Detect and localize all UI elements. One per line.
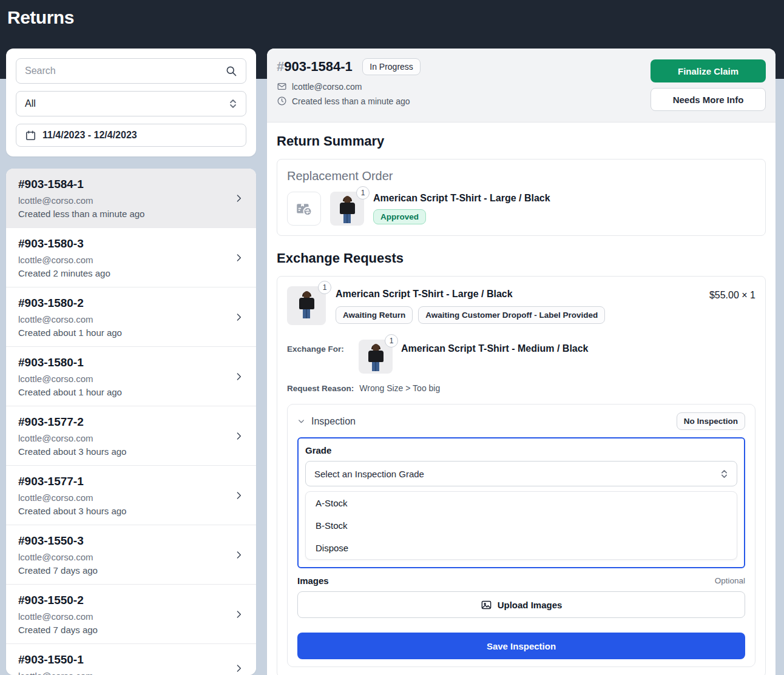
images-row: Images Optional: [297, 576, 745, 586]
request-reason-value: Wrong Size > Too big: [359, 383, 440, 393]
detail-created: Created less than a minute ago: [292, 96, 410, 106]
return-email: lcottle@corso.com: [18, 552, 227, 562]
exchange-status-badge: Awaiting Return: [336, 306, 413, 324]
exchange-status-badge: Awaiting Customer Dropoff - Label Provid…: [418, 306, 605, 324]
exchange-request-card: 1 American Script T-Shirt - Large / Blac…: [277, 276, 766, 675]
return-created: Created 7 days ago: [18, 625, 227, 635]
search-input[interactable]: [25, 65, 225, 76]
return-id: #903-1577-1: [18, 475, 227, 488]
status-filter-select[interactable]: All: [16, 91, 246, 116]
return-created: Created 7 days ago: [18, 565, 227, 576]
inspection-header-toggle[interactable]: Inspection No Inspection: [297, 412, 745, 430]
sidebar: All 11/4/2023 - 12/4/2023 #903-1584-1 lc…: [6, 49, 256, 675]
upload-images-label: Upload Images: [498, 600, 563, 610]
return-created: Created about 3 hours ago: [18, 506, 227, 516]
return-id: #903-1550-3: [18, 534, 227, 548]
replacement-order-title: Replacement Order: [287, 169, 755, 183]
grade-select-value: Select an Inspection Grade: [314, 469, 424, 479]
return-email: lcottle@corso.com: [18, 492, 227, 503]
exchange-for-product-image: 1: [359, 340, 393, 374]
replacement-product-name: American Script T-Shirt - Large / Black: [373, 193, 550, 204]
quantity-badge: 1: [356, 186, 370, 200]
return-id: #903-1580-2: [18, 297, 227, 310]
inspection-title: Inspection: [311, 416, 356, 427]
returns-list: #903-1584-1 lcottle@corso.com Created le…: [6, 169, 256, 675]
return-list-item[interactable]: #903-1550-3 lcottle@corso.com Created 7 …: [6, 525, 256, 585]
exchange-status-badges: Awaiting ReturnAwaiting Customer Dropoff…: [336, 306, 700, 324]
approved-badge: Approved: [373, 209, 426, 224]
no-inspection-badge: No Inspection: [677, 412, 745, 430]
chevron-right-icon: [234, 312, 244, 322]
return-list-item[interactable]: #903-1550-2 lcottle@corso.com Created 7 …: [6, 585, 256, 644]
image-icon: [481, 599, 492, 611]
return-list-item[interactable]: #903-1580-1 lcottle@corso.com Created ab…: [6, 347, 256, 406]
chevron-right-icon: [234, 663, 244, 674]
inspection-card: Inspection No Inspection Grade Select an…: [287, 404, 755, 667]
return-email: lcottle@corso.com: [18, 433, 227, 443]
grade-option[interactable]: Dispose: [306, 537, 737, 559]
grade-option[interactable]: B-Stock: [306, 514, 737, 537]
return-list-item[interactable]: #903-1584-1 lcottle@corso.com Created le…: [6, 169, 256, 228]
calendar-icon: [25, 130, 36, 141]
exchange-requests-heading: Exchange Requests: [277, 250, 766, 266]
app-title: Returns: [0, 0, 784, 28]
exchange-for-label: Exchange For:: [287, 340, 350, 374]
search-field[interactable]: [16, 58, 246, 84]
grade-select[interactable]: Select an Inspection Grade: [305, 461, 737, 486]
return-list-item[interactable]: #903-1577-2 lcottle@corso.com Created ab…: [6, 406, 256, 466]
return-summary-heading: Return Summary: [277, 133, 766, 149]
return-id: #903-1550-2: [18, 594, 227, 607]
return-email: lcottle@corso.com: [18, 314, 227, 324]
chevron-right-icon: [234, 193, 244, 203]
chevron-down-icon: [297, 417, 305, 425]
return-list-item[interactable]: #903-1580-3 lcottle@corso.com Created 2 …: [6, 228, 256, 287]
return-list-item[interactable]: #903-1550-1 lcottle@corso.com: [6, 644, 256, 675]
return-created: Created about 3 hours ago: [18, 446, 227, 457]
chevron-right-icon: [234, 431, 244, 441]
chevron-right-icon: [234, 549, 244, 560]
return-created: Created less than a minute ago: [18, 209, 227, 219]
detail-return-id: #903-1584-1: [277, 59, 353, 75]
exchange-product-image: 1: [287, 286, 326, 325]
return-id: #903-1580-1: [18, 356, 227, 369]
return-id: #903-1550-1: [18, 653, 227, 667]
return-email: lcottle@corso.com: [18, 374, 227, 384]
return-email: lcottle@corso.com: [18, 255, 227, 265]
finalize-claim-button[interactable]: Finalize Claim: [651, 59, 766, 82]
exchange-for-product-name: American Script T-Shirt - Medium / Black: [401, 340, 589, 374]
return-created: Created about 1 hour ago: [18, 327, 227, 338]
return-list-item[interactable]: #903-1577-1 lcottle@corso.com Created ab…: [6, 466, 256, 525]
return-email: lcottle@corso.com: [18, 611, 227, 622]
return-list-item[interactable]: #903-1580-2 lcottle@corso.com Created ab…: [6, 287, 256, 347]
optional-label: Optional: [715, 576, 745, 585]
package-exchange-icon: [294, 198, 314, 219]
replacement-product-image: 1: [330, 192, 364, 226]
date-range-value: 11/4/2023 - 12/4/2023: [42, 130, 137, 141]
chevron-right-icon: [234, 252, 244, 263]
detail-email: lcottle@corso.com: [292, 82, 362, 92]
chevron-updown-icon: [229, 98, 237, 109]
needs-more-info-button[interactable]: Needs More Info: [651, 88, 766, 111]
exchange-price: $55.00 × 1: [709, 286, 755, 325]
return-created: Created 2 minutes ago: [18, 268, 227, 278]
search-icon: [225, 65, 237, 77]
date-range-picker[interactable]: 11/4/2023 - 12/4/2023: [16, 124, 246, 147]
mail-icon: [277, 81, 287, 92]
header-actions: Finalize Claim Needs More Info: [651, 59, 766, 111]
clock-icon: [277, 96, 287, 106]
return-created: Created about 1 hour ago: [18, 387, 227, 397]
exchange-for-row: Exchange For: 1 American Script T-Shirt …: [287, 340, 755, 374]
images-label: Images: [297, 576, 329, 586]
status-badge: In Progress: [362, 58, 421, 75]
status-filter-value: All: [25, 98, 36, 109]
return-email: lcottle@corso.com: [18, 671, 227, 675]
save-inspection-button[interactable]: Save Inspection: [297, 633, 745, 659]
return-id: #903-1580-3: [18, 237, 227, 250]
detail-body: Return Summary Replacement Order 1 Ameri…: [267, 123, 776, 675]
upload-images-button[interactable]: Upload Images: [297, 591, 745, 618]
chevron-updown-icon: [720, 469, 728, 479]
chevron-right-icon: [234, 371, 244, 381]
grade-option[interactable]: A-Stock: [306, 492, 737, 514]
chevron-right-icon: [234, 490, 244, 500]
grade-field-group: Grade Select an Inspection Grade A-Stock…: [297, 437, 745, 568]
